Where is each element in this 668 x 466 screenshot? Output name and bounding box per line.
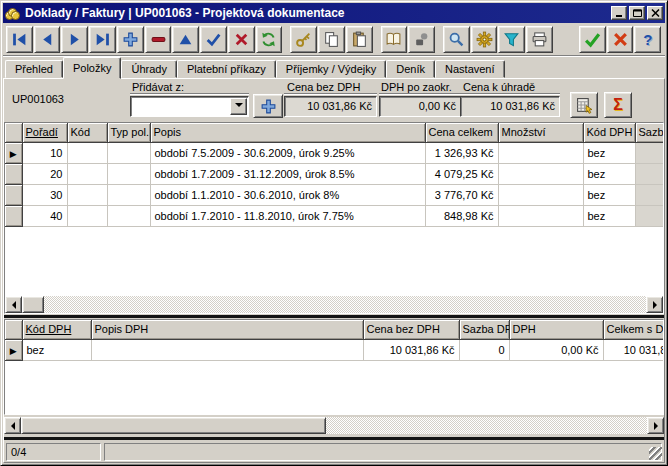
search-button[interactable]	[443, 26, 470, 53]
next-record-button[interactable]	[61, 26, 88, 53]
insert-record-button[interactable]	[117, 26, 144, 53]
cell-cena-bez-dph[interactable]: 10 031,86 Kč	[363, 339, 459, 360]
col-sazba-dph[interactable]: Sazba DPH	[635, 123, 663, 142]
cell-poradi[interactable]: 20	[22, 163, 67, 184]
row-selector[interactable]	[5, 184, 22, 205]
add-item-button[interactable]	[253, 94, 283, 118]
cell-typ[interactable]	[107, 142, 150, 163]
table-row[interactable]: 20 období 1.7.2009 - 31.12.2009, úrok 8.…	[5, 163, 663, 184]
edit-record-button[interactable]	[172, 26, 199, 53]
first-record-button[interactable]	[6, 26, 33, 53]
maximize-button[interactable]	[629, 6, 645, 20]
tab-uhrady[interactable]: Úhrady	[121, 60, 176, 78]
scroll-right-button[interactable]	[647, 417, 664, 434]
print-button[interactable]	[526, 26, 553, 53]
col-kod-dph[interactable]: Kód DPH	[583, 123, 635, 142]
row-selector[interactable]	[5, 163, 22, 184]
dph-grid-hscrollbar[interactable]	[4, 417, 664, 434]
items-grid-hscrollbar[interactable]	[5, 296, 663, 313]
col-popis[interactable]: Popis	[150, 123, 425, 142]
table-row[interactable]: 40 období 1.7.2010 - 11.8.2010, úrok 7.7…	[5, 205, 663, 226]
cell-mnozstvi[interactable]	[498, 184, 583, 205]
tab-prijemky-vydejky[interactable]: Příjemky / Výdejky	[276, 60, 386, 78]
col-dph[interactable]: DPH	[509, 320, 603, 339]
col-poradi[interactable]: Pořadí	[22, 123, 67, 142]
cell-cena-celkem[interactable]: 3 776,70 Kč	[425, 184, 498, 205]
col-cena-bez-dph[interactable]: Cena bez DPH	[363, 320, 459, 339]
col-celkem-s-dph[interactable]: Celkem s DPH	[603, 320, 663, 339]
cell-popis[interactable]: období 1.7.2010 - 11.8.2010, úrok 7.75%	[150, 205, 425, 226]
cell-kod[interactable]	[67, 184, 107, 205]
cell-kod-dph[interactable]: bez	[583, 205, 635, 226]
close-button[interactable]	[647, 6, 663, 20]
book-button[interactable]	[381, 26, 408, 53]
refresh-button[interactable]	[256, 26, 283, 53]
cell-popis[interactable]: období 7.5.2009 - 30.6.2009, úrok 9.25%	[150, 142, 425, 163]
tab-nastaveni[interactable]: Nastavení	[435, 60, 505, 78]
cell-dph[interactable]: 0,00 Kč	[509, 339, 603, 360]
table-row[interactable]: ▶ bez 10 031,86 Kč 0 0,00 Kč 10 031,86 K…	[5, 339, 663, 360]
tab-platebni-prikazy[interactable]: Platební příkazy	[177, 60, 276, 78]
cell-mnozstvi[interactable]	[498, 142, 583, 163]
row-selector[interactable]: ▶	[5, 339, 22, 360]
confirm-button[interactable]	[579, 26, 606, 53]
scroll-left-button[interactable]	[5, 296, 22, 313]
cell-sazba-dph[interactable]: 0	[459, 339, 509, 360]
col-kod[interactable]: Kód	[67, 123, 107, 142]
cell-sazba-dph[interactable]	[635, 163, 663, 184]
cell-poradi[interactable]: 10	[22, 142, 67, 163]
key-button[interactable]	[290, 26, 317, 53]
cell-typ[interactable]	[107, 205, 150, 226]
cell-cena-celkem[interactable]: 848,98 Kč	[425, 205, 498, 226]
table-row[interactable]: 30 období 1.1.2010 - 30.6.2010, úrok 8% …	[5, 184, 663, 205]
prior-record-button[interactable]	[34, 26, 61, 53]
scroll-right-button[interactable]	[646, 296, 663, 313]
cell-celkem-s-dph[interactable]: 10 031,86 Kč	[603, 339, 663, 360]
scrollbar-thumb[interactable]	[22, 296, 44, 313]
filter-button[interactable]	[498, 26, 525, 53]
last-record-button[interactable]	[89, 26, 116, 53]
col-typ-pol[interactable]: Typ pol.	[107, 123, 150, 142]
cell-popis[interactable]: období 1.7.2009 - 31.12.2009, úrok 8.5%	[150, 163, 425, 184]
resize-grip[interactable]	[649, 447, 662, 460]
post-record-button[interactable]	[200, 26, 227, 53]
cancel-button[interactable]	[607, 26, 634, 53]
sum-button[interactable]: Σ	[604, 92, 632, 118]
cell-kod[interactable]	[67, 142, 107, 163]
cell-kod[interactable]	[67, 205, 107, 226]
cell-kod-dph[interactable]: bez	[22, 339, 91, 360]
tab-denik[interactable]: Deník	[386, 60, 435, 78]
cell-popis[interactable]: období 1.1.2010 - 30.6.2010, úrok 8%	[150, 184, 425, 205]
col-kod-dph[interactable]: Kód DPH	[22, 320, 91, 339]
row-selector[interactable]	[5, 205, 22, 226]
combo-dropdown-button[interactable]	[230, 98, 247, 115]
table-row[interactable]: ▶ 10 období 7.5.2009 - 30.6.2009, úrok 9…	[5, 142, 663, 163]
relations-button[interactable]	[408, 26, 435, 53]
cell-typ[interactable]	[107, 163, 150, 184]
cell-sazba-dph[interactable]	[635, 142, 663, 163]
add-from-combobox[interactable]	[130, 96, 249, 117]
col-sazba-dph[interactable]: Sazba DPH	[459, 320, 509, 339]
cell-typ[interactable]	[107, 184, 150, 205]
cell-kod[interactable]	[67, 163, 107, 184]
cell-kod-dph[interactable]: bez	[583, 163, 635, 184]
scroll-left-button[interactable]	[4, 417, 21, 434]
row-selector[interactable]: ▶	[5, 142, 22, 163]
scrollbar-thumb[interactable]	[21, 417, 326, 434]
col-popis-dph[interactable]: Popis DPH	[91, 320, 363, 339]
tab-prehled[interactable]: Přehled	[5, 60, 63, 78]
paste-button[interactable]	[346, 26, 373, 53]
cell-kod-dph[interactable]: bez	[583, 184, 635, 205]
col-cena-celkem[interactable]: Cena celkem	[425, 123, 498, 142]
settings-button[interactable]	[471, 26, 498, 53]
cell-mnozstvi[interactable]	[498, 163, 583, 184]
delete-record-button[interactable]	[145, 26, 172, 53]
title-bar[interactable]: Doklady / Faktury | UP001063 - Projektov…	[3, 3, 665, 23]
cell-cena-celkem[interactable]: 1 326,93 Kč	[425, 142, 498, 163]
cancel-record-button[interactable]	[228, 26, 255, 53]
col-mnozstvi[interactable]: Množství	[498, 123, 583, 142]
recalculate-button[interactable]	[570, 92, 598, 118]
cell-sazba-dph[interactable]	[635, 205, 663, 226]
cell-poradi[interactable]: 40	[22, 205, 67, 226]
cell-kod-dph[interactable]: bez	[583, 142, 635, 163]
